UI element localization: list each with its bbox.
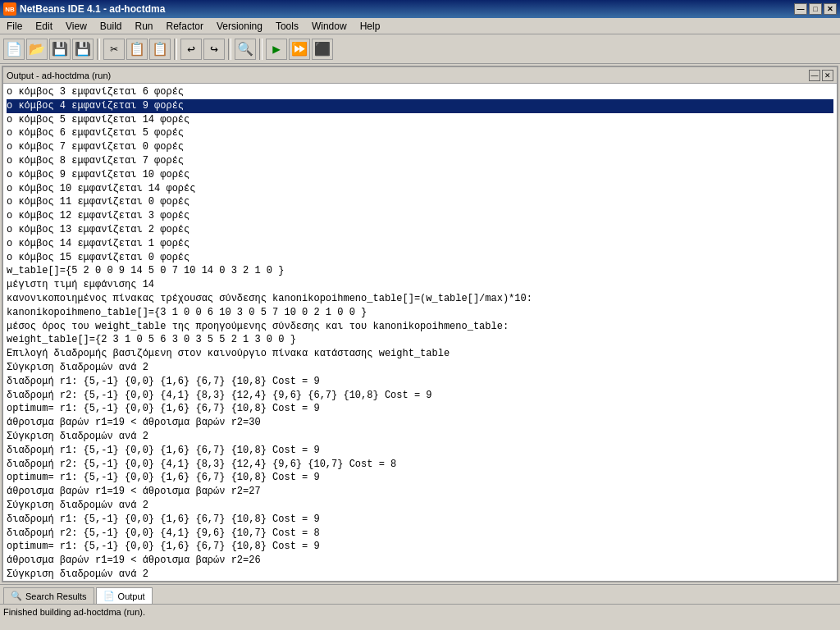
output-close-button[interactable]: ✕	[822, 70, 833, 81]
output-title: Output - ad-hoctdma (run)	[7, 71, 111, 80]
output-line: ο κόμβος 7 εμφανίζεται 0 φορές	[7, 140, 833, 154]
menu-item-file[interactable]: File	[0, 19, 29, 34]
output-line: άθροισμα βαρών r1=19 < άθροισμα βαρών r2…	[7, 554, 833, 568]
menu-item-run[interactable]: Run	[129, 19, 160, 34]
output-line: Σύγκριση διαδρομών ανά 2	[7, 361, 833, 375]
output-line: ο κόμβος 10 εμφανίζεται 14 φορές	[7, 182, 833, 196]
output-line: Σύγκριση διαδρομών ανά 2	[7, 568, 833, 581]
output-line: optimum= r1: {5,-1} {0,0} {1,6} {6,7} {1…	[7, 540, 833, 554]
output-line: ο κόμβος 3 εμφανίζεται 6 φορές	[7, 85, 833, 99]
output-line: διαδρομή r2: {5,-1} {0,0} {4,1} {8,3} {1…	[7, 389, 833, 403]
output-line: διαδρομή r1: {5,-1} {0,0} {1,6} {6,7} {1…	[7, 444, 833, 458]
copy-button[interactable]: 📋	[126, 39, 148, 60]
paste-button[interactable]: 📋	[149, 39, 171, 60]
status-bar: Finished building ad-hoctdma (run).	[0, 604, 840, 619]
output-content[interactable]: ο κόμβος 3 εμφανίζεται 6 φορέςο κόμβος 4…	[3, 84, 837, 581]
output-line: ο κόμβος 12 εμφανίζεται 3 φορές	[7, 209, 833, 223]
output-titlebar-buttons: — ✕	[809, 70, 833, 81]
output-line: optimum= r1: {5,-1} {0,0} {1,6} {6,7} {1…	[7, 471, 833, 485]
output-line: άθροισμα βαρών r1=19 < άθροισμα βαρών r2…	[7, 485, 833, 499]
output-line: μέσος όρος του weight_table της προηγούμ…	[7, 320, 833, 334]
output-line: διαδρομή r1: {5,-1} {0,0} {1,6} {6,7} {1…	[7, 375, 833, 389]
output-line: ο κόμβος 11 εμφανίζεται 0 φορές	[7, 195, 833, 209]
output-line: διαδρομή r2: {5,-1} {0,0} {4,1} {9,6} {1…	[7, 527, 833, 541]
menu-item-refactor[interactable]: Refactor	[160, 19, 210, 34]
output-line: άθροισμα βαρών r1=19 < άθροισμα βαρών r2…	[7, 416, 833, 430]
title-bar: NB NetBeans IDE 4.1 - ad-hoctdma — □ ✕	[0, 0, 840, 18]
toolbar-separator-1	[97, 39, 100, 60]
output-line: Σύγκριση διαδρομών ανά 2	[7, 499, 833, 513]
menu-item-versioning[interactable]: Versioning	[210, 19, 269, 34]
toolbar-separator-2	[174, 39, 177, 60]
tab-label: Search Results	[25, 591, 87, 601]
menu-bar: FileEditViewBuildRunRefactorVersioningTo…	[0, 18, 840, 34]
save-all-button[interactable]: 💾	[72, 39, 94, 60]
output-line: διαδρομή r2: {5,-1} {0,0} {4,1} {8,3} {1…	[7, 458, 833, 472]
status-text: Finished building ad-hoctdma (run).	[3, 607, 145, 617]
output-line: Επιλογή διαδρομής βασιζόμενη στον καινού…	[7, 347, 833, 361]
app-icon: NB	[3, 2, 16, 16]
output-line: weight_table[]={2 3 1 0 5 6 3 0 3 5 5 2 …	[7, 333, 833, 347]
output-line: ο κόμβος 14 εμφανίζεται 1 φορές	[7, 237, 833, 251]
output-line: κανονικοποιημένος πίνακας τρέχουσας σύνδ…	[7, 292, 833, 306]
output-line: ο κόμβος 9 εμφανίζεται 10 φορές	[7, 168, 833, 182]
output-line: ο κόμβος 5 εμφανίζεται 14 φορές	[7, 113, 833, 127]
toolbar-separator-3	[228, 39, 231, 60]
output-line: Σύγκριση διαδρομών ανά 2	[7, 430, 833, 444]
title-bar-buttons: — □ ✕	[794, 3, 837, 15]
tab-icon: 🔍	[11, 591, 22, 601]
output-line: διαδρομή r1: {5,-1} {0,0} {1,6} {6,7} {1…	[7, 513, 833, 527]
undo-button[interactable]: ↩	[180, 39, 202, 60]
menu-item-tools[interactable]: Tools	[269, 19, 305, 34]
menu-item-build[interactable]: Build	[94, 19, 129, 34]
debug-button[interactable]: ⬛	[312, 39, 333, 60]
menu-item-edit[interactable]: Edit	[29, 19, 59, 34]
output-line: w_table[]={5 2 0 0 9 14 5 0 7 10 14 0 3 …	[7, 264, 833, 278]
cut-button[interactable]: ✂	[103, 39, 125, 60]
output-minimize-button[interactable]: —	[809, 70, 820, 81]
minimize-button[interactable]: —	[794, 3, 807, 15]
title-bar-left: NB NetBeans IDE 4.1 - ad-hoctdma	[3, 2, 165, 16]
output-line: optimum= r1: {5,-1} {0,0} {1,6} {6,7} {1…	[7, 402, 833, 416]
tab-output[interactable]: 📄Output	[96, 587, 153, 604]
bottom-tabs: 🔍Search Results📄Output	[0, 584, 840, 604]
menu-item-view[interactable]: View	[59, 19, 94, 34]
run-button[interactable]: ⏩	[289, 39, 310, 60]
maximize-button[interactable]: □	[809, 3, 822, 15]
window-title: NetBeans IDE 4.1 - ad-hoctdma	[20, 3, 165, 15]
menu-item-window[interactable]: Window	[305, 19, 354, 34]
output-titlebar: Output - ad-hoctdma (run) — ✕	[3, 67, 837, 84]
toolbar: 📄 📂 💾 💾 ✂ 📋 📋 ↩ ↪ 🔍 ▶ ⏩ ⬛	[0, 34, 840, 64]
output-line: kanonikopoihmeno_table[]={3 1 0 0 6 10 3…	[7, 306, 833, 320]
close-button[interactable]: ✕	[824, 3, 837, 15]
tab-label: Output	[118, 591, 145, 601]
output-line: μέγιστη τιμή εμφάνισης 14	[7, 278, 833, 292]
tab-search-results[interactable]: 🔍Search Results	[3, 587, 94, 604]
tab-icon: 📄	[103, 591, 115, 601]
save-button[interactable]: 💾	[49, 39, 71, 60]
output-line: ο κόμβος 13 εμφανίζεται 2 φορές	[7, 223, 833, 237]
output-line: ο κόμβος 15 εμφανίζεται 0 φορές	[7, 251, 833, 265]
output-line: ο κόμβος 8 εμφανίζεται 7 φορές	[7, 154, 833, 168]
output-line: ο κόμβος 6 εμφανίζεται 5 φορές	[7, 126, 833, 140]
menu-item-help[interactable]: Help	[354, 19, 387, 34]
redo-button[interactable]: ↪	[203, 39, 225, 60]
open-button[interactable]: 📂	[26, 39, 48, 60]
find-button[interactable]: 🔍	[235, 39, 256, 60]
compile-button[interactable]: ▶	[266, 39, 287, 60]
new-button[interactable]: 📄	[3, 39, 25, 60]
output-window: Output - ad-hoctdma (run) — ✕ ο κόμβος 3…	[2, 66, 838, 582]
toolbar-separator-4	[259, 39, 262, 60]
output-line: ο κόμβος 4 εμφανίζεται 9 φορές	[7, 99, 833, 113]
